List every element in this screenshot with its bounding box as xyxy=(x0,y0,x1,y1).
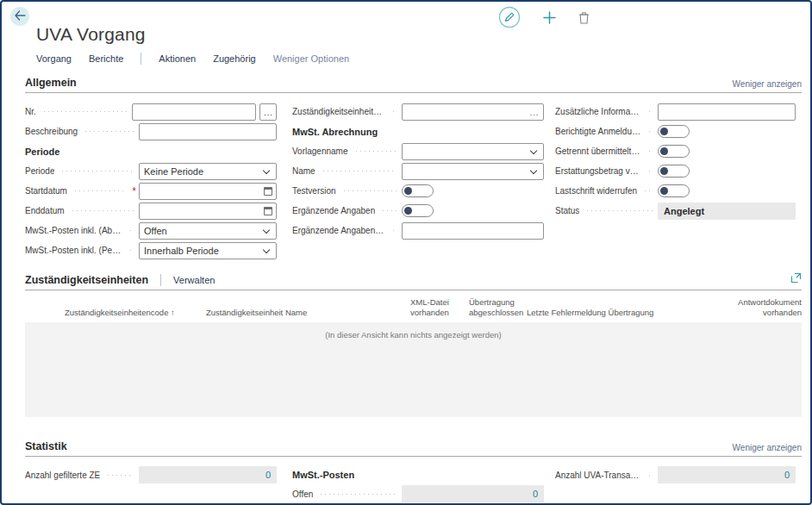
menu-berichte[interactable]: Berichte xyxy=(89,53,123,64)
mwst-posten-abgeschl-select[interactable]: Offen xyxy=(139,222,277,240)
erstattungsbetrag-toggle[interactable] xyxy=(658,165,690,178)
ze-filter-label: Zuständigkeitseinheitenfilter xyxy=(292,107,385,116)
calendar-icon[interactable] xyxy=(264,187,272,196)
field-erstattungsbetrag: Erstattungsbetrag verrechnen xyxy=(555,161,796,181)
field-getrennt-belege: Getrennt übermittelte Belege xyxy=(555,141,796,161)
beschreibung-input[interactable] xyxy=(139,123,277,140)
toggle-knob xyxy=(660,187,668,195)
menu-weniger-optionen[interactable]: Weniger Optionen xyxy=(273,53,349,64)
vorlagenname-select[interactable] xyxy=(402,143,544,160)
periode-selected-value: Keine Periode xyxy=(144,166,203,177)
name-select[interactable] xyxy=(402,163,544,180)
plus-icon xyxy=(543,11,556,27)
section-menu-divider xyxy=(160,274,161,286)
required-asterisk: * xyxy=(132,187,136,196)
enddatum-label: Enddatum xyxy=(25,206,65,215)
ergaenzende-angaben-toggle[interactable] xyxy=(402,204,434,217)
column-header-xml-datei[interactable]: XML-Datei vorhanden xyxy=(410,297,469,318)
field-lastschrift: Lastschrift widerrufen xyxy=(555,181,796,201)
enddatum-input[interactable] xyxy=(139,203,277,220)
menu-aktionen[interactable]: Aktionen xyxy=(159,53,196,64)
nr-label: Nr. xyxy=(25,107,36,116)
status-value: Angelegt xyxy=(658,203,796,220)
nr-assistedit-button[interactable]: … xyxy=(259,103,277,121)
field-nr: Nr. … xyxy=(25,102,277,122)
column-header-uebertragung[interactable]: Übertragung abgeschlossen xyxy=(469,297,527,318)
menu-vorgang[interactable]: Vorgang xyxy=(36,53,72,64)
field-offen: Offen 0 xyxy=(292,484,544,504)
ergaenzende-begruendung-input[interactable] xyxy=(402,222,544,240)
open-in-new-window-button[interactable] xyxy=(790,272,802,286)
fasttab-allgemein: Allgemein Weniger anzeigen Nr. … Beschre… xyxy=(25,77,802,260)
periode-select[interactable]: Keine Periode xyxy=(139,163,277,180)
column-header-ze-name[interactable]: Zuständigkeitseinheit Name xyxy=(206,308,410,318)
page-title: UVA Vorgang xyxy=(36,24,810,45)
allgemein-column-2: Zuständigkeitseinheitenfilter … MwSt. Ab… xyxy=(292,102,544,260)
field-zusaetzliche-informationen: Zusätzliche Informationen xyxy=(555,102,796,122)
field-ze-filter: Zuständigkeitseinheitenfilter … xyxy=(292,102,544,122)
column-header-antwortdokument[interactable]: Antwortdokument vorhanden xyxy=(703,297,802,318)
field-berichtigte-anmeldung: Berichtigte Anmeldung xyxy=(555,122,796,141)
field-enddatum: Enddatum xyxy=(25,201,277,221)
startdatum-input[interactable] xyxy=(139,183,277,200)
ergaenzende-angaben-label: Ergänzende Angaben xyxy=(292,206,375,215)
periode-label: Periode xyxy=(25,166,54,176)
allgemein-show-less-link[interactable]: Weniger anzeigen xyxy=(733,79,802,89)
expand-icon xyxy=(790,272,802,286)
beschreibung-label: Beschreibung xyxy=(25,127,78,136)
mwst-posten-periode-select[interactable]: Innerhalb Periode xyxy=(139,242,277,259)
ergaenzende-begruendung-label: Ergänzende Angaben - Begrün… xyxy=(292,226,385,235)
statistik-show-less-link[interactable]: Weniger anzeigen xyxy=(733,443,802,452)
field-ergaenzende-begruendung: Ergänzende Angaben - Begrün… xyxy=(292,221,544,240)
delete-button[interactable] xyxy=(578,11,590,27)
empty-table-message: (In dieser Ansicht kann nichts angezeigt… xyxy=(25,322,802,417)
nr-input[interactable] xyxy=(132,103,256,121)
field-status: Status Angelegt xyxy=(555,201,796,221)
verwalten-menu[interactable]: Verwalten xyxy=(173,275,215,285)
allgemein-column-3: Zusätzliche Informationen Berichtigte An… xyxy=(555,102,796,260)
statistik-column-3: Anzahl UVA-Transaktionen übe… 0 xyxy=(555,465,796,505)
ze-filter-input[interactable] xyxy=(402,103,544,121)
startdatum-label: Startdatum xyxy=(25,186,67,196)
section-rule xyxy=(25,92,802,93)
fasttab-zustaendigkeitseinheiten: Zuständigkeitseinheiten Verwalten Zustän… xyxy=(25,272,802,417)
mwst-posten-abgeschl-label: MwSt.-Posten inkl. (Abgeschl.) xyxy=(25,226,122,235)
uva-vorgang-page: UVA Vorgang Vorgang Berichte Aktionen Zu… xyxy=(0,0,812,505)
column-header-ze-code[interactable]: Zuständigkeitseinheitencode ↑ xyxy=(65,308,206,318)
testversion-toggle[interactable] xyxy=(402,184,434,197)
lastschrift-toggle[interactable] xyxy=(658,184,690,197)
erstattungsbetrag-label: Erstattungsbetrag verrechnen xyxy=(555,166,641,176)
anzahl-gefilterte-ze-value[interactable]: 0 xyxy=(139,466,277,483)
field-name: Name xyxy=(292,161,544,181)
field-mwst-posten-periode: MwSt.-Posten inkl. (Periode) Innerhalb P… xyxy=(25,240,277,260)
statistik-column-2: MwSt.-Posten Offen 0 Abgeschlossen 0 xyxy=(292,465,544,505)
toggle-knob xyxy=(404,207,412,215)
section-rule xyxy=(25,456,802,457)
section-title-statistik: Statistik xyxy=(25,440,67,452)
menu-zugehoerig[interactable]: Zugehörig xyxy=(213,53,256,64)
calendar-icon[interactable] xyxy=(264,207,272,215)
status-label: Status xyxy=(555,206,579,215)
toggle-knob xyxy=(404,187,412,195)
chevron-down-icon xyxy=(530,166,537,173)
chevron-down-icon xyxy=(263,226,270,233)
ze-filter-assistedit[interactable]: … xyxy=(529,107,540,117)
berichtigte-anmeldung-toggle[interactable] xyxy=(658,125,690,138)
field-anzahl-gefilterte-ze: Anzahl gefilterte ZE 0 xyxy=(25,465,277,485)
getrennt-belege-label: Getrennt übermittelte Belege xyxy=(555,147,641,156)
back-button[interactable] xyxy=(10,7,29,26)
field-testversion: Testversion xyxy=(292,181,544,201)
new-button[interactable] xyxy=(543,11,556,27)
anzahl-uva-transaktionen-value[interactable]: 0 xyxy=(658,466,796,483)
mwst-posten-abgeschl-value: Offen xyxy=(144,226,167,236)
section-title-zustaendigkeitseinheiten: Zuständigkeitseinheiten xyxy=(25,274,148,286)
zusaetzliche-informationen-input[interactable] xyxy=(658,103,796,121)
column-header-fehlermeldung[interactable]: Letzte Fehlermeldung Übertragung xyxy=(527,308,703,318)
offen-value[interactable]: 0 xyxy=(402,485,544,502)
menu-divider xyxy=(141,53,141,65)
getrennt-belege-toggle[interactable] xyxy=(658,145,690,158)
anzahl-gefilterte-ze-label: Anzahl gefilterte ZE xyxy=(25,471,100,480)
edit-button[interactable] xyxy=(498,6,521,31)
pencil-icon xyxy=(498,6,521,31)
offen-label: Offen xyxy=(292,489,313,499)
